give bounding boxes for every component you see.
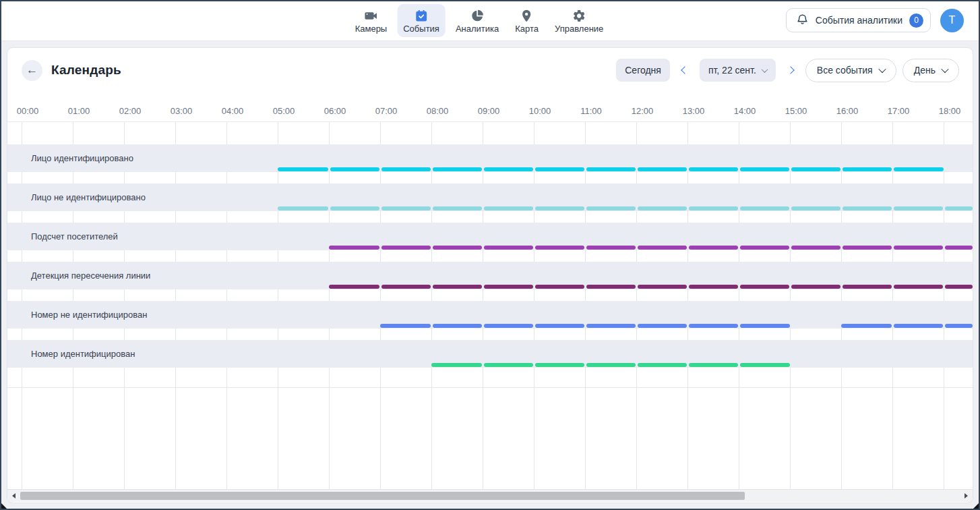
event-bar-segment[interactable] xyxy=(586,246,636,250)
event-bar-segment[interactable] xyxy=(894,167,944,171)
event-bar-segment[interactable] xyxy=(433,246,482,250)
date-picker-button[interactable]: пт, 22 сент. xyxy=(700,59,776,82)
event-bar-segment[interactable] xyxy=(330,167,379,171)
event-bar-segment[interactable] xyxy=(278,167,328,171)
event-bar-segment[interactable] xyxy=(329,246,379,250)
event-bar-segment[interactable] xyxy=(535,285,584,289)
event-bar-segment[interactable] xyxy=(945,246,973,250)
event-bar-segment[interactable] xyxy=(586,324,636,328)
back-button[interactable]: ← xyxy=(22,60,42,81)
event-bar-segment[interactable] xyxy=(484,167,533,171)
event-bar-segment[interactable] xyxy=(841,324,892,328)
event-bar-segment[interactable] xyxy=(740,285,789,289)
event-bar-segment[interactable] xyxy=(843,246,892,250)
event-bar-segment[interactable] xyxy=(791,285,840,289)
event-bar-segment[interactable] xyxy=(894,246,943,250)
event-bar-segment[interactable] xyxy=(535,246,584,250)
user-avatar[interactable]: T xyxy=(940,9,964,32)
event-bar-segment[interactable] xyxy=(894,206,943,210)
event-bar-segment[interactable] xyxy=(329,285,379,289)
event-bar-segment[interactable] xyxy=(638,363,687,367)
event-bar-segment[interactable] xyxy=(381,167,431,171)
event-bar-segment[interactable] xyxy=(431,363,482,367)
event-bar-segment[interactable] xyxy=(535,167,584,171)
event-bar-segment[interactable] xyxy=(381,206,431,210)
event-bar-segment[interactable] xyxy=(894,285,943,289)
event-bar-segment[interactable] xyxy=(791,167,840,171)
event-bar-segment[interactable] xyxy=(484,324,533,328)
event-bar-segment[interactable] xyxy=(330,206,379,210)
analytics-events-button[interactable]: События аналитики 0 xyxy=(786,8,931,32)
row-label: Подсчет посетителей xyxy=(31,231,118,242)
event-bar-segment[interactable] xyxy=(945,324,973,328)
map-pin-icon xyxy=(520,8,534,23)
event-bar-segment[interactable] xyxy=(638,206,687,210)
event-bar-segment[interactable] xyxy=(638,285,687,289)
scroll-right-arrow-icon[interactable] xyxy=(964,493,968,499)
today-button[interactable]: Сегодня xyxy=(616,59,670,82)
event-bar-segment[interactable] xyxy=(638,324,687,328)
event-bar-segment[interactable] xyxy=(740,363,791,367)
nav-item-map-pin[interactable]: Карта xyxy=(509,4,545,37)
event-bar-segment[interactable] xyxy=(535,324,584,328)
nav-item-calendar-check[interactable]: События xyxy=(397,4,446,37)
event-bar-segment[interactable] xyxy=(433,324,482,328)
event-bar-segment[interactable] xyxy=(484,246,533,250)
nav-item-pie-chart[interactable]: Аналитика xyxy=(450,4,505,37)
event-bar-segment[interactable] xyxy=(740,246,789,250)
event-bar-segment[interactable] xyxy=(689,324,738,328)
event-bar-segment[interactable] xyxy=(843,285,892,289)
event-bar-segment[interactable] xyxy=(843,206,892,210)
event-bar-segment[interactable] xyxy=(586,285,636,289)
timeline-row: Номер идентифицирован xyxy=(7,340,973,368)
events-filter-dropdown[interactable]: Все события xyxy=(805,59,896,82)
scrollbar-thumb[interactable] xyxy=(20,492,745,500)
event-bar-segment[interactable] xyxy=(381,285,431,289)
event-bar-segment[interactable] xyxy=(791,206,840,210)
event-bar-segment[interactable] xyxy=(586,363,636,367)
event-bar-segment[interactable] xyxy=(278,206,328,210)
event-bar-segment[interactable] xyxy=(689,167,738,171)
event-bar-segment[interactable] xyxy=(894,324,943,328)
date-label: пт, 22 сент. xyxy=(708,65,756,76)
event-bar-segment[interactable] xyxy=(638,167,687,171)
event-bar-segment[interactable] xyxy=(945,206,973,210)
event-bar-segment[interactable] xyxy=(638,246,687,250)
next-day-button[interactable] xyxy=(782,59,799,82)
event-bar-segment[interactable] xyxy=(689,246,738,250)
hour-tick-label: 01:00 xyxy=(60,106,98,116)
horizontal-scrollbar[interactable] xyxy=(7,489,973,502)
resize-grip-right[interactable] xyxy=(973,503,979,509)
event-bar-segment[interactable] xyxy=(433,167,482,171)
event-bar-segment[interactable] xyxy=(484,206,533,210)
event-bar-segment[interactable] xyxy=(484,363,533,367)
nav-item-gear[interactable]: Управление xyxy=(549,4,609,37)
event-bar-segment[interactable] xyxy=(740,167,789,171)
event-bar-segment[interactable] xyxy=(689,285,738,289)
event-bar-segment[interactable] xyxy=(433,206,482,210)
hour-tick-label: 02:00 xyxy=(111,106,149,116)
event-bar-segment[interactable] xyxy=(380,324,431,328)
event-bar-segment[interactable] xyxy=(689,206,738,210)
event-bar-segment[interactable] xyxy=(586,206,636,210)
event-bar-segment[interactable] xyxy=(381,246,431,250)
event-bar-segment[interactable] xyxy=(945,285,973,289)
row-label: Лицо не идентифицировано xyxy=(31,192,146,202)
nav-item-video-camera[interactable]: Камеры xyxy=(349,4,394,37)
pie-chart-icon xyxy=(470,8,485,23)
event-bar-segment[interactable] xyxy=(535,206,584,210)
prev-day-button[interactable] xyxy=(676,59,694,82)
event-bar-segment[interactable] xyxy=(689,363,738,367)
event-bar-segment[interactable] xyxy=(740,324,791,328)
event-bar-segment[interactable] xyxy=(791,246,840,250)
event-bar-segment[interactable] xyxy=(535,363,584,367)
timeline-row: Лицо идентифицировано xyxy=(7,144,973,172)
event-bar-segment[interactable] xyxy=(484,285,533,289)
event-bar-segment[interactable] xyxy=(586,167,636,171)
event-bar-segment[interactable] xyxy=(740,206,789,210)
event-bar-segment[interactable] xyxy=(433,285,482,289)
event-bar-segment[interactable] xyxy=(843,167,892,171)
period-dropdown[interactable]: День xyxy=(902,59,959,82)
hour-tick-label: 14:00 xyxy=(726,106,764,116)
scroll-left-arrow-icon[interactable] xyxy=(12,493,16,499)
